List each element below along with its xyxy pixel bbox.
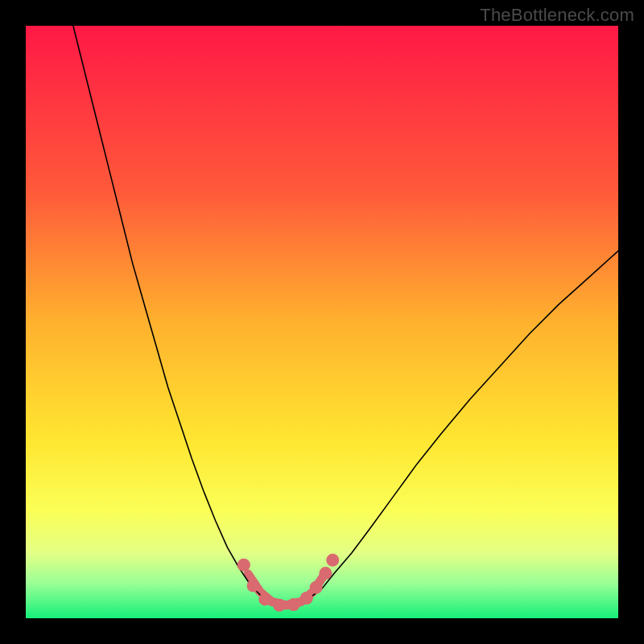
gradient-background	[26, 26, 618, 618]
marker-valley-markers	[237, 559, 250, 572]
marker-valley-markers	[258, 592, 271, 605]
marker-valley-markers	[319, 567, 332, 580]
chart-canvas	[26, 26, 618, 618]
marker-valley-markers	[273, 599, 286, 612]
plot-area	[26, 26, 618, 618]
watermark-text: TheBottleneck.com	[480, 5, 634, 26]
marker-valley-markers	[287, 598, 300, 611]
marker-valley-markers	[326, 554, 339, 567]
chart-frame: TheBottleneck.com	[0, 0, 644, 644]
marker-valley-markers	[310, 581, 323, 594]
marker-valley-markers	[300, 592, 313, 605]
marker-valley-markers	[247, 580, 260, 592]
